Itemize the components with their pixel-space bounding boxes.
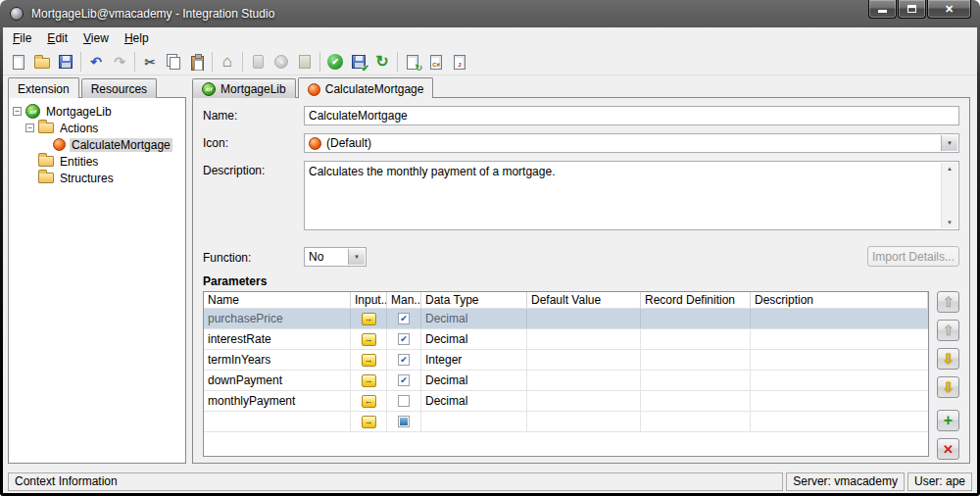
parameters-area: Name Input... Man... Data Type Default V… xyxy=(203,291,959,457)
left-tab-strip: Extension Resources xyxy=(8,77,186,98)
table-row-new[interactable] xyxy=(204,412,928,432)
col-default-value[interactable]: Default Value xyxy=(527,292,641,308)
update-source-button[interactable]: ↻ xyxy=(401,50,424,74)
extension-icon: xif xyxy=(25,104,40,119)
menu-bar: File Edit View Help xyxy=(3,27,977,49)
col-data-type[interactable]: Data Type xyxy=(421,292,527,308)
direction-icon xyxy=(362,416,376,428)
scroll-up-icon[interactable]: ▲ xyxy=(947,166,953,172)
direction-icon xyxy=(362,313,376,325)
col-record-definition[interactable]: Record Definition xyxy=(641,292,751,308)
extension-icon: xif xyxy=(202,82,216,96)
database-button[interactable] xyxy=(270,50,293,74)
description-scrollbar[interactable]: ▲ ▼ xyxy=(941,163,957,228)
delete-parameter-button[interactable]: ✕ xyxy=(937,438,959,460)
mandatory-checkbox[interactable] xyxy=(398,416,410,427)
folder-icon xyxy=(38,173,54,183)
tree-item-actions[interactable]: − Actions xyxy=(11,120,183,136)
col-input[interactable]: Input... xyxy=(351,292,387,308)
move-bottom-button[interactable]: ⇩ xyxy=(937,376,959,398)
open-espace-button[interactable] xyxy=(293,50,317,74)
col-description[interactable]: Description xyxy=(751,292,928,308)
cut-icon: ✂ xyxy=(145,56,156,69)
table-row[interactable]: interestRate Decimal xyxy=(204,329,928,350)
function-label: Function: xyxy=(203,248,304,265)
mandatory-checkbox[interactable] xyxy=(398,333,410,345)
minimize-button[interactable] xyxy=(868,0,897,19)
tree-item-mortgagelib[interactable]: − xif MortgageLib xyxy=(11,103,183,120)
redo-icon: ↷ xyxy=(114,55,125,69)
tab-mortgagelib[interactable]: xif MortgageLib xyxy=(192,78,296,98)
mandatory-checkbox[interactable] xyxy=(398,395,410,407)
collapse-icon[interactable]: − xyxy=(13,107,22,116)
connect-server-button[interactable] xyxy=(246,50,270,74)
edit-csharp-button[interactable]: C# xyxy=(424,50,448,74)
maximize-icon xyxy=(907,5,916,13)
action-icon xyxy=(308,83,320,96)
function-dropdown[interactable]: No ▼ xyxy=(304,247,367,267)
import-details-button[interactable]: Import Details... xyxy=(867,246,959,267)
toolbar-separator xyxy=(212,52,213,72)
folder-icon xyxy=(38,156,54,167)
move-up-button[interactable]: ⇧ xyxy=(937,320,959,341)
open-espace-icon xyxy=(299,55,311,69)
connect-server-icon xyxy=(253,55,264,69)
menu-view[interactable]: View xyxy=(75,27,117,49)
window-title: MortgageLib@vmacademy - Integration Stud… xyxy=(31,7,274,21)
move-top-button[interactable]: ⇧ xyxy=(937,291,959,313)
parameters-table: Name Input... Man... Data Type Default V… xyxy=(203,291,929,457)
tab-calculatemortgage[interactable]: CalculateMortgage xyxy=(298,77,434,98)
user-indicator: User: ape xyxy=(907,472,972,491)
save-button[interactable] xyxy=(54,50,77,74)
tab-resources[interactable]: Resources xyxy=(81,78,157,98)
refresh-button[interactable]: ↻ xyxy=(370,50,394,74)
table-row[interactable]: termInYears Integer xyxy=(204,350,928,371)
copy-icon xyxy=(170,57,180,70)
menu-edit[interactable]: Edit xyxy=(39,27,75,49)
scroll-down-icon[interactable]: ▼ xyxy=(947,220,953,225)
verify-button[interactable]: ✔ xyxy=(323,50,347,74)
icon-dropdown[interactable]: (Default) ▼ xyxy=(304,133,959,153)
toolbar-separator xyxy=(397,52,398,72)
col-name[interactable]: Name xyxy=(204,292,351,308)
menu-help[interactable]: Help xyxy=(117,27,157,49)
tree-item-structures[interactable]: Structures xyxy=(11,170,183,186)
undo-button[interactable]: ↶ xyxy=(84,50,108,74)
maximize-button[interactable] xyxy=(898,0,926,19)
paste-button[interactable] xyxy=(185,50,209,74)
publish-button[interactable]: ✔ xyxy=(347,50,370,74)
extension-tree: − xif MortgageLib − Actions CalculateMor… xyxy=(8,97,186,464)
mandatory-checkbox[interactable] xyxy=(398,354,410,366)
dropdown-button[interactable]: ▼ xyxy=(348,249,365,265)
cut-button[interactable]: ✂ xyxy=(138,50,162,74)
open-button[interactable] xyxy=(30,50,54,74)
add-parameter-button[interactable]: + xyxy=(937,410,959,431)
mandatory-checkbox[interactable] xyxy=(398,374,410,386)
table-row[interactable]: monthlyPayment Decimal xyxy=(204,391,928,412)
direction-icon xyxy=(362,395,376,408)
menu-file[interactable]: File xyxy=(5,27,39,49)
tab-extension[interactable]: Extension xyxy=(8,77,79,98)
redo-button[interactable]: ↷ xyxy=(108,50,131,74)
description-input[interactable]: Calculates the monthly payment of a mort… xyxy=(304,161,959,230)
table-row[interactable]: downPayment Decimal xyxy=(204,371,928,391)
tree-item-entities[interactable]: Entities xyxy=(11,153,183,170)
move-down-button[interactable]: ⇩ xyxy=(937,348,959,370)
col-mandatory[interactable]: Man... xyxy=(387,292,421,308)
down-arrow-icon: ⇩ xyxy=(943,352,955,366)
new-button[interactable] xyxy=(7,50,30,74)
tree-item-calculatemortgage[interactable]: CalculateMortgage xyxy=(11,136,183,153)
window-controls: ✕ xyxy=(867,0,971,19)
close-button[interactable]: ✕ xyxy=(927,0,971,19)
parameters-header: Name Input... Man... Data Type Default V… xyxy=(204,292,928,309)
copy-button[interactable] xyxy=(162,50,185,74)
collapse-icon[interactable]: − xyxy=(25,124,34,132)
toolbar: ↶ ↷ ✂ ⌂ ✔ ✔ ↻ ↻ C# J xyxy=(3,49,977,75)
edit-java-button[interactable]: J xyxy=(448,50,471,74)
name-input[interactable]: CalculateMortgage xyxy=(304,106,959,125)
dropdown-button[interactable]: ▼ xyxy=(941,135,957,151)
mandatory-checkbox[interactable] xyxy=(398,313,410,324)
action-detail-page: Name: CalculateMortgage Icon: (Default) … xyxy=(192,97,970,464)
table-row[interactable]: purchasePrice Decimal xyxy=(204,309,928,329)
home-button[interactable]: ⌂ xyxy=(216,50,239,74)
